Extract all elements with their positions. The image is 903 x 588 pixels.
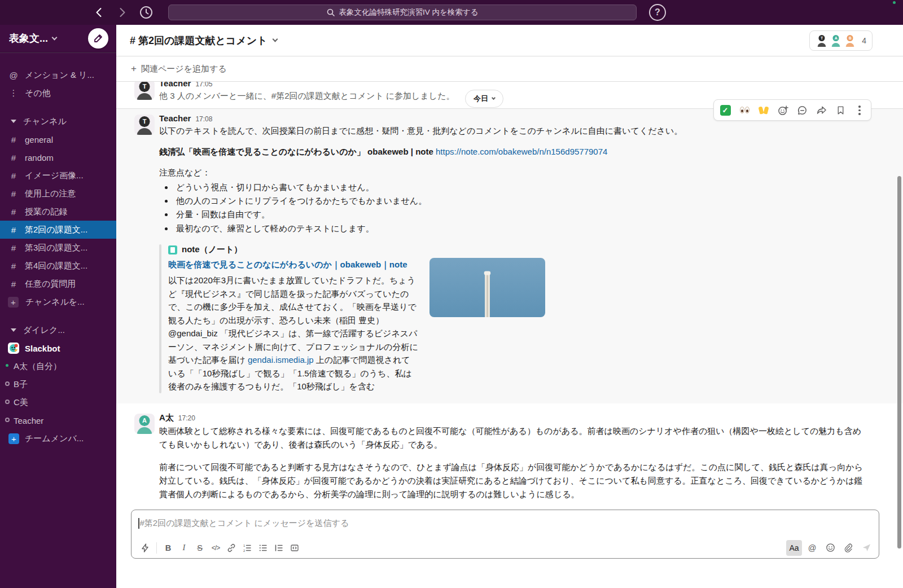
sidebar-channel-images[interactable]: #イメージ画像... [0,166,116,185]
code-button[interactable]: </> [208,540,223,556]
react-check-button[interactable]: ✓ [716,102,734,119]
plus-icon: + [8,433,19,444]
workspace-name: 表象文... [9,32,48,45]
timestamp[interactable]: 17:08 [195,115,212,123]
save-bookmark-button[interactable] [831,102,849,119]
channel-title[interactable]: # 第2回の課題文献とコメント [130,34,277,47]
strikethrough-button[interactable]: S [192,540,208,556]
sidebar-item-more[interactable]: ⋮ その他 [0,84,116,102]
note-favicon-icon [168,245,177,254]
sidebar-channel-session3[interactable]: #第3回の課題文... [0,239,116,257]
sidebar-channel-session2-selected[interactable]: #第2回の課題文... [0,221,116,239]
compose-pencil-icon [94,34,103,43]
member-avatar-t: T [816,34,828,47]
message-hover-toolbar: ✓ [713,99,871,121]
vertical-dots-icon [858,106,861,115]
sidebar-channel-general[interactable]: #general [0,130,116,148]
search-bar[interactable]: 表象文化論特殊研究演習IV 内を検索する [168,5,637,20]
sidebar-dm-teacher[interactable]: T Teacher [0,411,116,429]
at-icon: @ [9,71,18,80]
ata-avatar[interactable]: A [134,414,155,434]
mention-button[interactable]: @ [804,540,820,556]
history-back-icon[interactable] [94,7,105,18]
sidebar-channel-random[interactable]: #random [0,148,116,166]
slackbot-avatar [8,343,19,354]
timestamp[interactable]: 17:20 [178,414,195,422]
channel-header: # 第2回の課題文献とコメント T A B 4 [116,25,903,56]
canvas-tab-bar: + 関連ページを追加する [116,56,903,82]
link-preview-card: note（ノート） 映画を倍速で見ることのなにがわるいのか｜obakeweb｜n… [159,244,867,393]
card-thumbnail-image[interactable] [429,258,545,317]
author-name[interactable]: Teacher [159,113,191,123]
triangle-down-icon [11,120,16,123]
share-arrow-icon [816,105,827,116]
presence-offline-dot [5,381,10,386]
emoji-button[interactable] [822,540,838,556]
send-button[interactable] [858,540,874,556]
workspace-header[interactable]: 表象文... [0,25,116,52]
add-related-page-button[interactable]: + 関連ページを追加する [131,63,227,74]
history-forward-icon[interactable] [116,7,128,18]
link-button[interactable] [223,540,239,556]
reply-thread-button[interactable] [793,102,811,119]
help-icon[interactable]: ? [649,4,666,21]
ordered-list-button[interactable]: 12 [239,540,255,556]
sidebar-channel-questions[interactable]: #任意の質問用 [0,275,116,293]
message-input[interactable]: #第2回の課題文献とコメント にメッセージを送信する [131,510,879,537]
author-name[interactable]: Teacher [159,82,191,88]
code-block-button[interactable] [287,540,303,556]
format-toggle-button[interactable]: Aa [786,540,802,556]
card-title-link[interactable]: 映画を倍速で見ることのなにがわるいのか｜obakeweb｜note [168,260,407,269]
sidebar-add-channel[interactable]: + チャンネルを... [0,293,116,311]
teacher-avatar[interactable]: T [134,82,155,100]
compose-button[interactable] [88,28,108,49]
more-actions-button[interactable] [851,102,869,119]
sidebar-channel-class-records[interactable]: #授業の記録 [0,203,116,221]
blockquote-button[interactable] [271,540,287,556]
channel-members-button[interactable]: T A B 4 [809,30,873,51]
react-eyes-button[interactable] [735,102,753,119]
author-name[interactable]: A太 [159,413,174,423]
sidebar-channel-session4[interactable]: #第4回の課題文... [0,257,116,275]
sidebar: 表象文... @ メンション & リ... ⋮ その他 チャンネル #gener… [0,25,116,588]
share-message-button[interactable] [812,102,830,119]
thread-bubble-icon [797,105,808,116]
sidebar-dm-ata[interactable]: A A太（自分） [0,357,116,375]
sidebar-item-mentions[interactable]: @ メンション & リ... [0,66,116,84]
search-placeholder: 表象文化論特殊研究演習IV 内を検索する [339,7,479,17]
card-site-name: note（ノート） [182,244,242,255]
sidebar-dm-bko[interactable]: B B子 [0,375,116,393]
svg-text:2: 2 [243,548,246,552]
bulleted-list-button[interactable] [255,540,271,556]
citation-line: 銭清弘「映画を倍速で見ることのなにがわるいのか」 obakeweb | note… [159,147,867,157]
sidebar-channel-usage-notes[interactable]: #使用上の注意 [0,185,116,203]
teacher-message: ✓ T [116,109,903,403]
italic-button[interactable]: I [176,540,192,556]
hash-icon: # [9,261,18,271]
sidebar-dm-slackbot[interactable]: Slackbot [0,339,116,357]
teacher-avatar[interactable]: T [134,115,155,135]
attachment-button[interactable] [840,540,856,556]
add-reaction-button[interactable] [774,102,792,119]
bold-button[interactable]: B [160,540,176,556]
dm-section-header[interactable]: ダイレク... [0,321,116,339]
shortcuts-lightning-icon[interactable] [137,540,153,556]
top-bar: 表象文化論特殊研究演習IV 内を検索する ? A [0,0,903,25]
history-clock-icon[interactable] [139,5,154,20]
presence-online-dot [892,0,897,5]
presence-offline-dot [5,400,10,404]
emoji-plus-icon [778,105,788,116]
sidebar-dm-cmi[interactable]: C C美 [0,393,116,411]
react-raised-hands-button[interactable] [755,102,773,119]
date-pill-today[interactable]: 今日 [465,90,503,108]
sidebar-add-team-members[interactable]: + チームメンバ... [0,429,116,447]
vertical-scrollbar[interactable] [897,176,901,548]
note-url-link[interactable]: https://note.com/obakeweb/n/n156d9577907… [436,147,607,156]
bookmark-icon [836,106,845,115]
member-count: 4 [862,36,866,45]
channels-section-header[interactable]: チャンネル [0,112,116,130]
search-icon [327,8,335,16]
message: T Teacher 17:08 以下のテキストを読んで、次回授業日の前日までに感… [116,109,903,396]
timestamp[interactable]: 17:05 [195,82,212,88]
gendai-link[interactable]: gendai.ismedia.jp [248,355,314,365]
